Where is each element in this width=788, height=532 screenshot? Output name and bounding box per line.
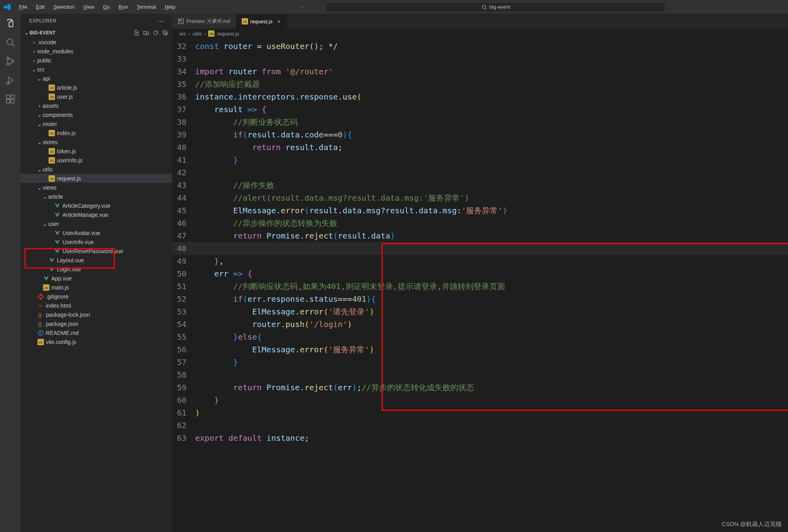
js-icon: JS: [48, 175, 55, 182]
code-line[interactable]: [195, 242, 233, 255]
svg-line-1: [485, 8, 487, 9]
tree-file[interactable]: ArticleCategory.vue: [21, 201, 172, 210]
line-number: 43: [172, 179, 195, 192]
code-line[interactable]: ElMessage.error(result.data.msg?result.d…: [195, 204, 508, 217]
line-number: 63: [172, 432, 195, 444]
menu-view[interactable]: View: [79, 2, 98, 11]
tree-file[interactable]: JStoken.js: [21, 147, 172, 156]
line-number: 41: [172, 154, 195, 166]
tree-folder[interactable]: ›.vscode: [21, 38, 172, 47]
new-file-icon[interactable]: [134, 30, 140, 36]
code-line[interactable]: result => {: [195, 103, 267, 116]
tree-folder[interactable]: ⌄utils: [21, 165, 172, 174]
code-line[interactable]: import router from '@/router': [195, 65, 333, 78]
tree-file[interactable]: Layout.vue: [21, 256, 172, 265]
tree-file[interactable]: iREADME.md: [21, 328, 172, 337]
tree-folder[interactable]: ⌄article: [21, 192, 172, 201]
tree-file[interactable]: .gitignore: [21, 292, 172, 301]
command-center-search[interactable]: big-event: [326, 2, 666, 12]
tree-file[interactable]: JSuser.js: [21, 92, 172, 101]
code-line[interactable]: return Promise.reject(err);//异步的状态转化成失败的…: [195, 381, 474, 394]
collapse-all-icon[interactable]: [162, 30, 168, 36]
tree-folder[interactable]: ⌄router: [21, 119, 172, 128]
tree-folder[interactable]: ⌄api: [21, 74, 172, 83]
code-line[interactable]: }: [195, 154, 238, 166]
svg-rect-11: [11, 100, 14, 103]
menu-go[interactable]: Go: [99, 2, 114, 11]
tree-file[interactable]: JSvite.config.js: [21, 337, 172, 346]
code-line[interactable]: ): [195, 406, 200, 419]
tree-folder[interactable]: ⌄views: [21, 183, 172, 192]
code-line[interactable]: if(result.data.code===0){: [195, 128, 352, 141]
code-line[interactable]: export default instance;: [195, 432, 309, 444]
editor-tab[interactable]: Preview 大事件.md: [172, 14, 236, 29]
breadcrumb[interactable]: src › utils › JS request.js: [172, 29, 788, 38]
code-editor[interactable]: 32const router = useRouter(); */3334impo…: [172, 38, 788, 444]
breadcrumb-item[interactable]: src: [179, 31, 186, 37]
tree-file[interactable]: App.vue: [21, 274, 172, 283]
code-line[interactable]: err => {: [195, 267, 252, 280]
tree-file[interactable]: UserInfo.vue: [21, 237, 172, 246]
code-line[interactable]: instance.interceptors.response.use(: [195, 90, 361, 103]
tree-folder[interactable]: ›public: [21, 56, 172, 65]
tree-file[interactable]: {}package.json: [21, 319, 172, 328]
code-line[interactable]: if(err.response.status===401){: [195, 293, 376, 305]
menu-terminal[interactable]: Terminal: [133, 2, 160, 11]
code-line[interactable]: //操作失败: [195, 179, 274, 192]
refresh-icon[interactable]: [152, 30, 159, 36]
menu-edit[interactable]: Edit: [32, 2, 49, 11]
code-line[interactable]: //添加响应拦截器: [195, 78, 260, 90]
tree-file[interactable]: {}package-lock.json: [21, 310, 172, 319]
extensions-icon[interactable]: [5, 94, 16, 105]
new-folder-icon[interactable]: [143, 30, 149, 36]
nav-forward-icon[interactable]: →: [312, 2, 322, 11]
line-number: 62: [172, 419, 195, 432]
tree-file[interactable]: JSuserInfo.js: [21, 156, 172, 165]
tree-file[interactable]: Login.vue: [21, 265, 172, 274]
menu-file[interactable]: FFileile: [15, 2, 31, 11]
tree-folder[interactable]: ⌄components: [21, 110, 172, 119]
tree-file[interactable]: ArticleManage.vue: [21, 210, 172, 219]
code-line[interactable]: }: [195, 394, 219, 406]
tree-file[interactable]: JSarticle.js: [21, 83, 172, 92]
tree-file[interactable]: JSindex.js: [21, 128, 172, 137]
tree-folder[interactable]: ⌄stores: [21, 137, 172, 147]
tree-folder[interactable]: ⌄src: [21, 65, 172, 74]
tree-folder[interactable]: ›assets: [21, 101, 172, 110]
search-sidebar-icon[interactable]: [5, 37, 16, 48]
tree-file[interactable]: UserAvatar.vue: [21, 228, 172, 237]
editor-tab[interactable]: JSrequest.js×: [236, 14, 286, 29]
code-line[interactable]: ElMessage.error('请先登录'): [195, 305, 374, 318]
breadcrumb-item[interactable]: utils: [193, 31, 202, 37]
nav-back-icon[interactable]: ←: [298, 2, 308, 11]
code-line[interactable]: },: [195, 255, 224, 267]
tree-folder[interactable]: ⌄user: [21, 219, 172, 228]
tree-folder[interactable]: ›node_modules: [21, 47, 172, 56]
run-debug-icon[interactable]: [5, 75, 16, 86]
source-control-icon[interactable]: [5, 56, 16, 67]
more-actions-icon[interactable]: ⋯: [157, 17, 165, 25]
menu-selection[interactable]: Selection: [49, 2, 78, 11]
close-icon[interactable]: ×: [277, 19, 280, 24]
code-line[interactable]: }else{: [195, 331, 262, 343]
code-line[interactable]: //异步操作的状态转换为失败: [195, 217, 337, 229]
code-line[interactable]: router.push('/login'): [195, 318, 352, 331]
code-line[interactable]: }: [195, 356, 238, 368]
code-line[interactable]: //判断响应状态码,如果为401,则证明未登录,提示请登录,并跳转到登录页面: [195, 280, 505, 293]
tree-file[interactable]: <>index.html: [21, 301, 172, 310]
code-line[interactable]: return Promise.reject(result.data): [195, 229, 395, 242]
tree-file[interactable]: JSrequest.js: [21, 174, 172, 183]
code-line[interactable]: //判断业务状态码: [195, 116, 298, 128]
menu-run[interactable]: Run: [115, 2, 132, 11]
breadcrumb-item[interactable]: request.js: [217, 31, 239, 37]
code-line[interactable]: return result.data;: [195, 141, 342, 154]
menu-help[interactable]: Help: [161, 2, 179, 11]
code-line[interactable]: const router = useRouter(); */: [195, 40, 338, 53]
folder-header[interactable]: ⌄ BIG-EVENT: [21, 28, 172, 38]
chevron-down-icon: ⌄: [42, 194, 48, 200]
explorer-icon[interactable]: [5, 18, 16, 29]
tree-file[interactable]: JSmain.js: [21, 283, 172, 292]
code-line[interactable]: ElMessage.error('服务异常'): [195, 343, 374, 356]
code-line[interactable]: //alert(result.data.msg?result.data.msg:…: [195, 192, 469, 204]
tree-file[interactable]: UserResetPassword.vue: [21, 246, 172, 256]
